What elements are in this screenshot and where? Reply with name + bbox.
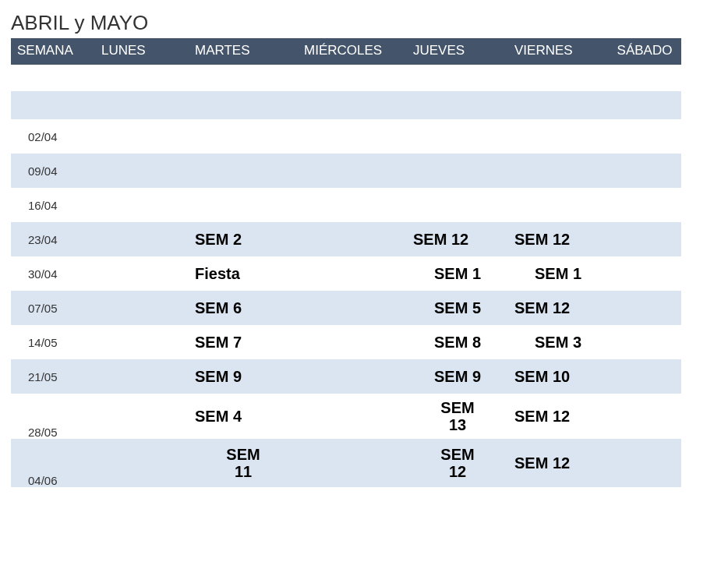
table-row: 21/05 SEM 9 SEM 9 SEM 10: [11, 359, 681, 394]
col-semana: SEMANA: [11, 38, 95, 65]
cell-jueves: SEM 12: [407, 222, 508, 256]
table-row: 23/04 SEM 2 SEM 12 SEM 12: [11, 222, 681, 256]
cell-jueves: [407, 188, 508, 222]
week-date: 04/06: [11, 439, 95, 487]
cell-jueves: [407, 154, 508, 188]
cell-viernes: [508, 154, 608, 188]
cell-jueves: [407, 119, 508, 154]
col-jueves: JUEVES: [407, 38, 508, 65]
week-date: 02/04: [11, 119, 95, 154]
table-row: 28/05 SEM 4 SEM13 SEM 12: [11, 394, 681, 439]
week-date: 23/04: [11, 222, 95, 256]
week-date: 07/05: [11, 291, 95, 325]
cell-jueves: SEM13: [407, 394, 508, 439]
week-date: 30/04: [11, 256, 95, 291]
table-row: 07/05 SEM 6 SEM 5 SEM 12: [11, 291, 681, 325]
col-viernes: VIERNES: [508, 38, 608, 65]
cell-jueves: SEM 8: [407, 325, 508, 359]
table-row: 02/04: [11, 119, 681, 154]
cell-viernes: [508, 188, 608, 222]
table-row: [11, 91, 681, 119]
cell-martes: SEM11: [189, 439, 298, 487]
cell-viernes: SEM 3: [508, 325, 608, 359]
cell-martes: Fiesta: [189, 256, 298, 291]
week-date: 28/05: [11, 394, 95, 439]
cell-viernes: [508, 119, 608, 154]
cell-viernes: SEM 12: [508, 222, 608, 256]
cell-viernes: SEM 12: [508, 439, 608, 487]
col-martes: MARTES: [189, 38, 298, 65]
week-date: 14/05: [11, 325, 95, 359]
week-date: 16/04: [11, 188, 95, 222]
cell-viernes: SEM 12: [508, 291, 608, 325]
col-miercoles: MIÉRCOLES: [298, 38, 407, 65]
table-row: 09/04: [11, 154, 681, 188]
table-row: [11, 487, 681, 515]
cell-martes: [189, 119, 298, 154]
cell-jueves: SEM 9: [407, 359, 508, 394]
cell-martes: SEM 4: [189, 394, 298, 439]
page-title: ABRIL y MAYO: [11, 11, 717, 35]
table-row: 30/04 Fiesta SEM 1 SEM 1: [11, 256, 681, 291]
cell-viernes: SEM 1: [508, 256, 608, 291]
table-row: 16/04: [11, 188, 681, 222]
week-date: 09/04: [11, 154, 95, 188]
calendar-table: SEMANA LUNES MARTES MIÉRCOLES JUEVES VIE…: [11, 38, 681, 515]
cell-martes: SEM 2: [189, 222, 298, 256]
cell-martes: SEM 7: [189, 325, 298, 359]
header-row: SEMANA LUNES MARTES MIÉRCOLES JUEVES VIE…: [11, 38, 681, 65]
cell-martes: [189, 154, 298, 188]
cell-jueves: SEM12: [407, 439, 508, 487]
cell-jueves: SEM 1: [407, 256, 508, 291]
cell-martes: SEM 6: [189, 291, 298, 325]
cell-martes: SEM 9: [189, 359, 298, 394]
cell-viernes: SEM 12: [508, 394, 608, 439]
cell-jueves: SEM 5: [407, 291, 508, 325]
cell-martes: [189, 188, 298, 222]
col-sabado: SÁBADO: [608, 38, 681, 65]
week-date: 21/05: [11, 359, 95, 394]
table-row: 04/06 SEM11 SEM12 SEM 12: [11, 439, 681, 487]
spacer-row: [11, 65, 681, 91]
col-lunes: LUNES: [95, 38, 189, 65]
cell-viernes: SEM 10: [508, 359, 608, 394]
table-row: 14/05 SEM 7 SEM 8 SEM 3: [11, 325, 681, 359]
